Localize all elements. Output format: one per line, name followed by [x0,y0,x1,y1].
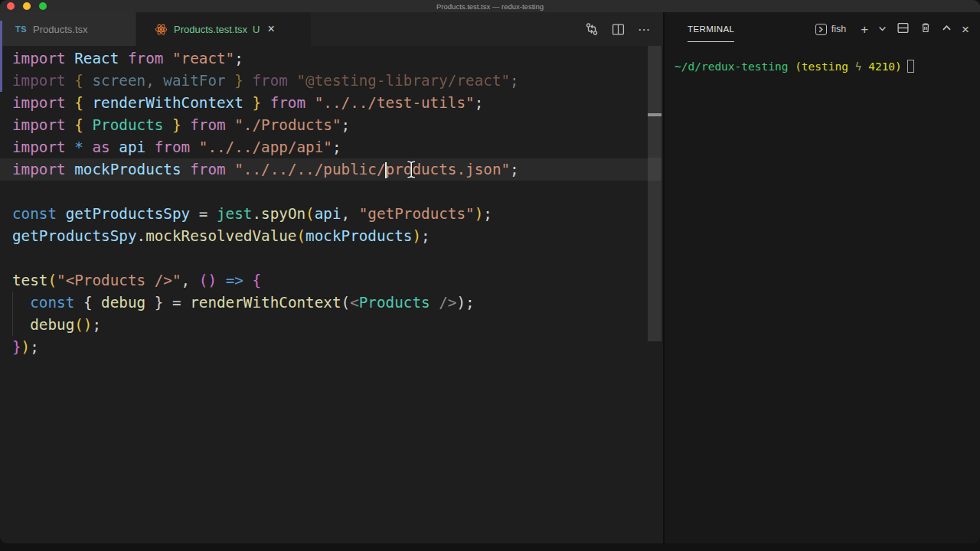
code-line[interactable]: import mockProducts from "../../../publi… [0,158,648,181]
close-tab-icon[interactable]: × [267,23,274,35]
code-editor[interactable]: import React from "react";import { scree… [0,46,663,543]
tab-label: Products.test.tsx [174,24,247,35]
vscode-window: Products.test.tsx — redux-testing TS Pro… [0,0,980,543]
kill-terminal-icon[interactable] [920,21,932,37]
minimize-window-button[interactable] [23,2,31,10]
tab-bar: TS Products.tsx Products.test.tsx U × [0,12,663,46]
react-test-icon [155,23,168,36]
more-actions-icon[interactable]: ⋯ [638,22,651,37]
code-line[interactable]: import { renderWithContext } from "../..… [0,92,648,114]
code-line[interactable]: const { debug } = renderWithContext(<Pro… [0,292,648,314]
terminal-content[interactable]: ~/d/redux-testing (testing ϟ 4210) [665,46,980,73]
terminal-shell-icon [815,24,827,35]
terminal-prompt[interactable]: ~/d/redux-testing (testing ϟ 4210) [675,60,974,73]
code-line[interactable]: import { screen, waitFor } from "@testin… [0,70,648,92]
overview-current-line-marker [648,158,662,181]
code-line[interactable]: import React from "react"; [0,47,648,70]
prompt-text: ~/d/redux-testing (testing ϟ 4210) [675,60,902,73]
prompt-segment: (testing [788,60,854,73]
close-panel-icon[interactable]: × [962,23,969,36]
git-status-badge: U [253,24,260,35]
code-line[interactable]: }); [0,336,648,358]
code-line[interactable]: getProductsSpy.mockResolvedValue(mockPro… [0,225,648,247]
window-edge-accent [0,21,2,92]
code-line[interactable]: test("<Products />", () => { [0,269,648,292]
terminal-cursor [907,60,914,73]
tab-terminal[interactable]: TERMINAL [688,12,734,46]
prompt-segment: ~/d/redux-testing [675,60,788,73]
overview-ruler-marker [648,113,662,116]
open-changes-icon[interactable] [585,22,599,36]
code-line[interactable]: const getProductsSpy = jest.spyOn(api, "… [0,203,648,225]
scrollbar-thumb[interactable] [648,46,662,341]
code-line[interactable]: debug(); [0,314,648,336]
panel-header: TERMINAL fish + [665,12,980,46]
code-line[interactable]: import { Products } from "./Products"; [0,114,648,136]
indent-guide [12,292,13,336]
window-title: Products.test.tsx — redux-testing [0,2,980,11]
terminal-instance[interactable]: fish [815,24,846,35]
typescript-icon: TS [15,24,27,34]
code-line[interactable] [0,181,648,203]
code-line[interactable]: import * as api from "../../app/api"; [0,136,648,158]
shell-name: fish [831,24,846,34]
terminal-panel: TERMINAL fish + [663,12,980,543]
titlebar[interactable]: Products.test.tsx — redux-testing [0,0,980,12]
launch-profile-chevron-icon[interactable] [878,22,887,36]
tab-products-test-tsx[interactable]: Products.test.tsx U × [136,12,311,46]
split-terminal-icon[interactable] [897,21,910,37]
new-terminal-icon[interactable]: + [861,23,868,36]
mouse-cursor-ibeam [406,160,417,179]
prompt-segment: 4210) [861,60,901,73]
code-line[interactable] [0,247,648,269]
zoom-window-button[interactable] [39,2,47,10]
editor-scrollbar[interactable] [647,46,663,543]
maximize-panel-icon[interactable] [942,22,952,36]
panel-tab-label: TERMINAL [688,24,734,34]
tab-products-tsx[interactable]: TS Products.tsx [0,12,136,46]
editor-group: TS Products.tsx Products.test.tsx U × [0,12,663,543]
code-area[interactable]: import React from "react";import { scree… [0,47,648,358]
split-editor-icon[interactable] [612,23,625,36]
tab-label: Products.tsx [33,24,88,35]
close-window-button[interactable] [7,2,15,10]
